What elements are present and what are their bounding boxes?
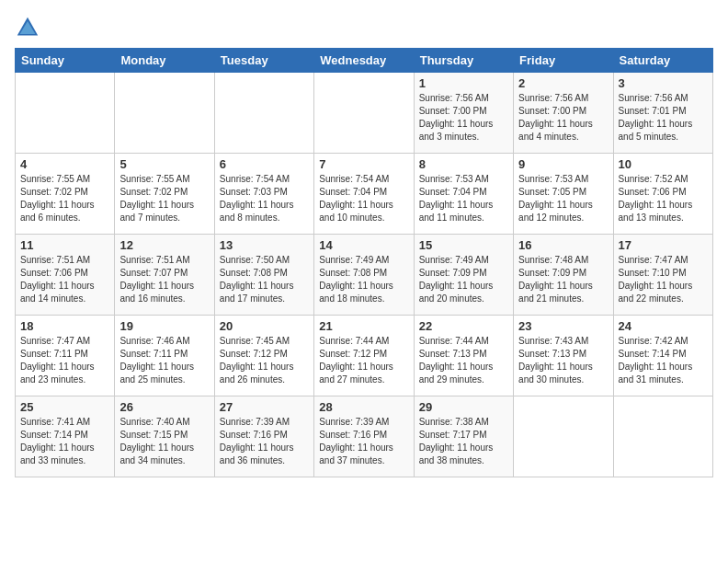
day-info: Sunrise: 7:56 AM Sunset: 7:00 PM Dayligh… <box>518 92 608 144</box>
logo-icon <box>15 15 40 40</box>
day-info: Sunrise: 7:54 AM Sunset: 7:04 PM Dayligh… <box>319 173 408 224</box>
day-info: Sunrise: 7:44 AM Sunset: 7:13 PM Dayligh… <box>419 335 508 386</box>
day-info: Sunrise: 7:44 AM Sunset: 7:12 PM Dayligh… <box>319 335 408 386</box>
weekday-header-monday: Monday <box>115 49 214 73</box>
day-info: Sunrise: 7:54 AM Sunset: 7:03 PM Dayligh… <box>220 173 309 224</box>
day-number: 12 <box>119 238 209 252</box>
weekday-header-friday: Friday <box>514 49 613 73</box>
day-info: Sunrise: 7:51 AM Sunset: 7:06 PM Dayligh… <box>20 254 109 305</box>
calendar-cell: 12Sunrise: 7:51 AM Sunset: 7:07 PM Dayli… <box>115 235 214 316</box>
day-info: Sunrise: 7:56 AM Sunset: 7:01 PM Dayligh… <box>619 92 708 144</box>
calendar-cell: 22Sunrise: 7:44 AM Sunset: 7:13 PM Dayli… <box>414 316 513 396</box>
day-number: 5 <box>119 157 209 171</box>
calendar-cell: 7Sunrise: 7:54 AM Sunset: 7:04 PM Daylig… <box>314 154 414 235</box>
calendar-cell: 17Sunrise: 7:47 AM Sunset: 7:10 PM Dayli… <box>613 235 712 316</box>
calendar-cell: 15Sunrise: 7:49 AM Sunset: 7:09 PM Dayli… <box>414 235 513 316</box>
day-number: 1 <box>419 76 508 90</box>
day-number: 16 <box>518 238 608 252</box>
calendar-cell: 19Sunrise: 7:46 AM Sunset: 7:11 PM Dayli… <box>115 316 214 396</box>
day-number: 18 <box>20 319 109 333</box>
day-number: 21 <box>319 319 408 333</box>
calendar-cell: 21Sunrise: 7:44 AM Sunset: 7:12 PM Dayli… <box>314 316 414 396</box>
calendar-body: 1Sunrise: 7:56 AM Sunset: 7:00 PM Daylig… <box>16 73 713 477</box>
calendar-cell <box>314 73 414 154</box>
day-info: Sunrise: 7:47 AM Sunset: 7:11 PM Dayligh… <box>20 335 109 386</box>
calendar-cell <box>115 73 214 154</box>
calendar-cell: 14Sunrise: 7:49 AM Sunset: 7:08 PM Dayli… <box>314 235 414 316</box>
calendar-cell: 28Sunrise: 7:39 AM Sunset: 7:16 PM Dayli… <box>314 396 414 477</box>
day-number: 25 <box>20 400 109 414</box>
day-info: Sunrise: 7:53 AM Sunset: 7:04 PM Dayligh… <box>419 173 508 224</box>
day-number: 10 <box>619 157 708 171</box>
calendar-cell: 26Sunrise: 7:40 AM Sunset: 7:15 PM Dayli… <box>115 396 214 477</box>
day-info: Sunrise: 7:47 AM Sunset: 7:10 PM Dayligh… <box>619 254 708 305</box>
day-number: 8 <box>419 157 508 171</box>
calendar-cell: 4Sunrise: 7:55 AM Sunset: 7:02 PM Daylig… <box>16 154 115 235</box>
calendar-cell: 3Sunrise: 7:56 AM Sunset: 7:01 PM Daylig… <box>613 73 712 154</box>
day-info: Sunrise: 7:51 AM Sunset: 7:07 PM Dayligh… <box>119 254 209 305</box>
calendar-week-2: 11Sunrise: 7:51 AM Sunset: 7:06 PM Dayli… <box>16 235 713 316</box>
day-info: Sunrise: 7:38 AM Sunset: 7:17 PM Dayligh… <box>419 416 508 467</box>
calendar-cell: 16Sunrise: 7:48 AM Sunset: 7:09 PM Dayli… <box>514 235 613 316</box>
day-number: 4 <box>20 157 109 171</box>
calendar-week-0: 1Sunrise: 7:56 AM Sunset: 7:00 PM Daylig… <box>16 73 713 154</box>
day-number: 19 <box>119 319 209 333</box>
calendar-cell: 18Sunrise: 7:47 AM Sunset: 7:11 PM Dayli… <box>16 316 115 396</box>
calendar-cell: 13Sunrise: 7:50 AM Sunset: 7:08 PM Dayli… <box>214 235 313 316</box>
calendar-cell: 10Sunrise: 7:52 AM Sunset: 7:06 PM Dayli… <box>613 154 712 235</box>
day-number: 13 <box>220 238 309 252</box>
calendar-cell: 2Sunrise: 7:56 AM Sunset: 7:00 PM Daylig… <box>514 73 613 154</box>
day-number: 27 <box>220 400 309 414</box>
calendar-cell: 8Sunrise: 7:53 AM Sunset: 7:04 PM Daylig… <box>414 154 513 235</box>
weekday-row: SundayMondayTuesdayWednesdayThursdayFrid… <box>16 49 713 73</box>
weekday-header-tuesday: Tuesday <box>214 49 313 73</box>
day-info: Sunrise: 7:39 AM Sunset: 7:16 PM Dayligh… <box>220 416 309 467</box>
calendar-cell: 29Sunrise: 7:38 AM Sunset: 7:17 PM Dayli… <box>414 396 513 477</box>
calendar-header: SundayMondayTuesdayWednesdayThursdayFrid… <box>16 49 713 73</box>
weekday-header-thursday: Thursday <box>414 49 513 73</box>
calendar-cell: 25Sunrise: 7:41 AM Sunset: 7:14 PM Dayli… <box>16 396 115 477</box>
weekday-header-saturday: Saturday <box>613 49 712 73</box>
calendar-week-4: 25Sunrise: 7:41 AM Sunset: 7:14 PM Dayli… <box>16 396 713 477</box>
calendar-cell <box>214 73 313 154</box>
day-number: 15 <box>419 238 508 252</box>
day-number: 22 <box>419 319 508 333</box>
calendar-week-1: 4Sunrise: 7:55 AM Sunset: 7:02 PM Daylig… <box>16 154 713 235</box>
day-number: 24 <box>619 319 708 333</box>
calendar-cell: 23Sunrise: 7:43 AM Sunset: 7:13 PM Dayli… <box>514 316 613 396</box>
day-info: Sunrise: 7:42 AM Sunset: 7:14 PM Dayligh… <box>619 335 708 386</box>
page-header <box>15 15 713 40</box>
calendar-cell <box>16 73 115 154</box>
day-info: Sunrise: 7:55 AM Sunset: 7:02 PM Dayligh… <box>119 173 209 224</box>
calendar-cell <box>613 396 712 477</box>
day-number: 6 <box>220 157 309 171</box>
day-info: Sunrise: 7:40 AM Sunset: 7:15 PM Dayligh… <box>119 416 209 467</box>
day-info: Sunrise: 7:50 AM Sunset: 7:08 PM Dayligh… <box>220 254 309 305</box>
logo <box>15 15 44 40</box>
day-info: Sunrise: 7:49 AM Sunset: 7:08 PM Dayligh… <box>319 254 408 305</box>
day-info: Sunrise: 7:55 AM Sunset: 7:02 PM Dayligh… <box>20 173 109 224</box>
day-info: Sunrise: 7:49 AM Sunset: 7:09 PM Dayligh… <box>419 254 508 305</box>
calendar-table: SundayMondayTuesdayWednesdayThursdayFrid… <box>15 48 713 477</box>
day-info: Sunrise: 7:45 AM Sunset: 7:12 PM Dayligh… <box>220 335 309 386</box>
day-number: 14 <box>319 238 408 252</box>
day-info: Sunrise: 7:43 AM Sunset: 7:13 PM Dayligh… <box>518 335 608 386</box>
day-number: 20 <box>220 319 309 333</box>
day-number: 23 <box>518 319 608 333</box>
day-number: 7 <box>319 157 408 171</box>
day-number: 2 <box>518 76 608 90</box>
day-info: Sunrise: 7:48 AM Sunset: 7:09 PM Dayligh… <box>518 254 608 305</box>
calendar-cell: 24Sunrise: 7:42 AM Sunset: 7:14 PM Dayli… <box>613 316 712 396</box>
calendar-cell <box>514 396 613 477</box>
calendar-cell: 27Sunrise: 7:39 AM Sunset: 7:16 PM Dayli… <box>214 396 313 477</box>
day-info: Sunrise: 7:41 AM Sunset: 7:14 PM Dayligh… <box>20 416 109 467</box>
weekday-header-wednesday: Wednesday <box>314 49 414 73</box>
calendar-cell: 11Sunrise: 7:51 AM Sunset: 7:06 PM Dayli… <box>16 235 115 316</box>
calendar-week-3: 18Sunrise: 7:47 AM Sunset: 7:11 PM Dayli… <box>16 316 713 396</box>
day-number: 11 <box>20 238 109 252</box>
day-info: Sunrise: 7:46 AM Sunset: 7:11 PM Dayligh… <box>119 335 209 386</box>
day-info: Sunrise: 7:53 AM Sunset: 7:05 PM Dayligh… <box>518 173 608 224</box>
day-number: 3 <box>619 76 708 90</box>
calendar-cell: 6Sunrise: 7:54 AM Sunset: 7:03 PM Daylig… <box>214 154 313 235</box>
calendar-cell: 9Sunrise: 7:53 AM Sunset: 7:05 PM Daylig… <box>514 154 613 235</box>
